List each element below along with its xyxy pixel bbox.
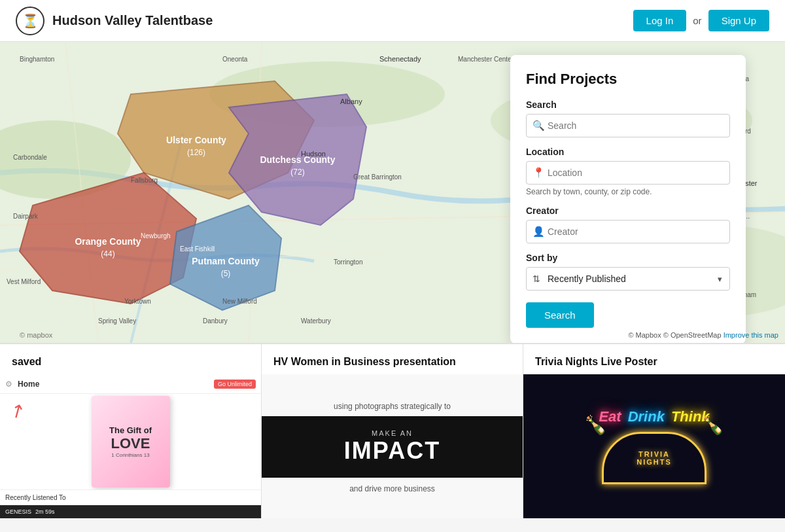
mock-recently-listened: Recently Listened To: [0, 489, 261, 505]
mock-book-verse: 1 Corinthians 13: [111, 452, 149, 458]
search-icon: 🔍: [532, 120, 545, 132]
location-field-wrapper: 📍: [526, 161, 730, 185]
card-hv-women-title-bar: HV Women in Business presentation: [262, 344, 523, 374]
svg-text:Orange County: Orange County: [75, 236, 141, 247]
mock-arrow-icon: ↗: [5, 398, 29, 424]
search-button[interactable]: Search: [526, 302, 594, 328]
svg-text:Yorktown: Yorktown: [124, 298, 151, 305]
find-projects-panel: Find Projects Search 🔍 Location 📍 Search…: [510, 55, 746, 343]
mock-gear-icon: ⚙: [5, 380, 12, 389]
mock-book-gift-of: The Gift of: [109, 425, 152, 436]
card-hv-women: HV Women in Business presentation using …: [262, 344, 523, 518]
svg-text:Fallsburg: Fallsburg: [131, 177, 158, 184]
card-trivia-thumbnail: Eat Drink Think 🍾 🍾 TRIVIA NIGHTS: [523, 374, 785, 518]
location-label: Location: [526, 147, 730, 157]
creator-icon: 👤: [532, 226, 545, 238]
site-title: Hudson Valley Talentbase: [52, 13, 213, 28]
svg-text:Waterbury: Waterbury: [301, 317, 331, 325]
improve-map-link[interactable]: Improve this map: [724, 331, 778, 339]
svg-text:Great Barrington: Great Barrington: [353, 173, 402, 181]
card-saved-thumbnail: ⚙ Home Go Unlimited ↗ The Gift of LOVE 1…: [0, 374, 261, 518]
map-section: Ulster County (126) Dutchess County (72)…: [0, 42, 785, 343]
signup-button[interactable]: Sign Up: [708, 10, 769, 31]
login-button[interactable]: Log In: [633, 10, 687, 31]
card-hv-women-title: HV Women in Business presentation: [273, 356, 456, 367]
card-hv-women-thumbnail: using photographs strategically to MAKE …: [262, 374, 523, 518]
svg-text:Danbury: Danbury: [203, 317, 228, 325]
map-attribution: © Mapbox © OpenStreetMap Improve this ma…: [628, 331, 778, 339]
card2-make-an: MAKE AN: [275, 429, 510, 437]
svg-text:Binghamton: Binghamton: [20, 56, 54, 63]
svg-text:(44): (44): [101, 249, 114, 258]
neon-trivia-text: TRIVIA: [638, 450, 670, 458]
sort-select-wrapper: ⇅ Recently Published Most Popular Alphab…: [526, 267, 730, 291]
svg-text:(126): (126): [187, 148, 205, 157]
panel-title: Find Projects: [526, 71, 730, 88]
attribution-text: © Mapbox © OpenStreetMap: [628, 331, 723, 339]
location-input[interactable]: [526, 161, 730, 185]
creator-field-wrapper: 👤: [526, 220, 730, 243]
svg-text:Putnam County: Putnam County: [192, 256, 260, 266]
bottle-left-icon: 🍾: [584, 414, 607, 436]
mock-go-unlimited: Go Unlimited: [214, 380, 256, 389]
mapbox-logo: © mapbox: [20, 331, 52, 339]
neon-drink: Drink: [628, 408, 665, 425]
mock-book-love: LOVE: [111, 435, 150, 452]
creator-label: Creator: [526, 205, 730, 216]
creator-input[interactable]: [526, 220, 730, 243]
card-trivia-title-bar: Trivia Nights Live Poster: [523, 344, 785, 374]
cards-section: saved ⚙ Home Go Unlimited ↗ The Gift of …: [0, 343, 785, 518]
svg-text:Vest Milford: Vest Milford: [7, 278, 41, 285]
svg-text:Albany: Albany: [340, 98, 362, 105]
svg-text:Spring Valley: Spring Valley: [98, 317, 136, 325]
header-left: ⏳ Hudson Valley Talentbase: [16, 7, 213, 35]
bottle-right-icon: 🍾: [701, 414, 724, 436]
svg-text:Oneonta: Oneonta: [222, 56, 248, 63]
location-pin-icon: 📍: [532, 167, 545, 179]
mock-song-time: 2m 59s: [35, 508, 55, 515]
sort-icon: ⇅: [532, 274, 540, 284]
svg-text:Torrington: Torrington: [334, 258, 362, 266]
card2-top-text: using photographs strategically to: [321, 393, 464, 416]
header-right: Log In or Sign Up: [633, 10, 769, 31]
or-text: or: [693, 15, 701, 26]
header: ⏳ Hudson Valley Talentbase Log In or Sig…: [0, 0, 785, 42]
svg-text:Newburgh: Newburgh: [141, 232, 171, 239]
card2-impact: IMPACT: [275, 437, 510, 465]
card-saved: saved ⚙ Home Go Unlimited ↗ The Gift of …: [0, 344, 262, 518]
svg-text:Hudson: Hudson: [301, 150, 326, 158]
svg-text:Dairpark: Dairpark: [13, 213, 39, 220]
card-trivia: Trivia Nights Live Poster Eat Drink Thin…: [523, 344, 785, 518]
card-saved-title: saved: [12, 356, 41, 367]
sort-label: Sort by: [526, 253, 730, 263]
mock-song-name: GENESIS: [5, 508, 31, 515]
mock-book-cover: The Gift of LOVE 1 Corinthians 13: [92, 396, 170, 488]
svg-text:New Milford: New Milford: [222, 298, 257, 305]
neon-arch: 🍾 🍾 TRIVIA NIGHTS: [602, 432, 706, 484]
svg-text:Schenectady: Schenectady: [379, 55, 421, 63]
svg-text:(5): (5): [221, 269, 231, 278]
neon-sign: Eat Drink Think 🍾 🍾 TRIVIA NIGHTS: [599, 408, 709, 484]
card-trivia-title: Trivia Nights Live Poster: [535, 356, 657, 367]
svg-text:Carbondale: Carbondale: [13, 154, 47, 161]
location-hint: Search by town, county, or zip code.: [526, 187, 730, 196]
search-label: Search: [526, 99, 730, 110]
search-input[interactable]: [526, 114, 730, 137]
mock-home-label: Home: [18, 380, 39, 389]
mock-content: ↗ The Gift of LOVE 1 Corinthians 13: [0, 394, 261, 489]
search-field-wrapper: 🔍: [526, 114, 730, 137]
neon-nights-text: NIGHTS: [637, 458, 672, 466]
mock-topbar: ⚙ Home Go Unlimited: [0, 374, 261, 394]
card-saved-title-bar: saved: [0, 344, 261, 374]
svg-text:East Fishkill: East Fishkill: [180, 245, 215, 253]
mock-song-bar: GENESIS 2m 59s: [0, 505, 261, 518]
card2-bottom-text: and drive more business: [336, 478, 448, 500]
svg-text:Ulster County: Ulster County: [166, 135, 226, 145]
card2-impact-box: MAKE AN IMPACT: [262, 416, 523, 478]
logo-icon: ⏳: [16, 7, 44, 35]
svg-text:(72): (72): [290, 168, 304, 177]
sort-select[interactable]: Recently Published Most Popular Alphabet…: [526, 267, 730, 291]
svg-text:Manchester Center: Manchester Center: [458, 56, 514, 63]
